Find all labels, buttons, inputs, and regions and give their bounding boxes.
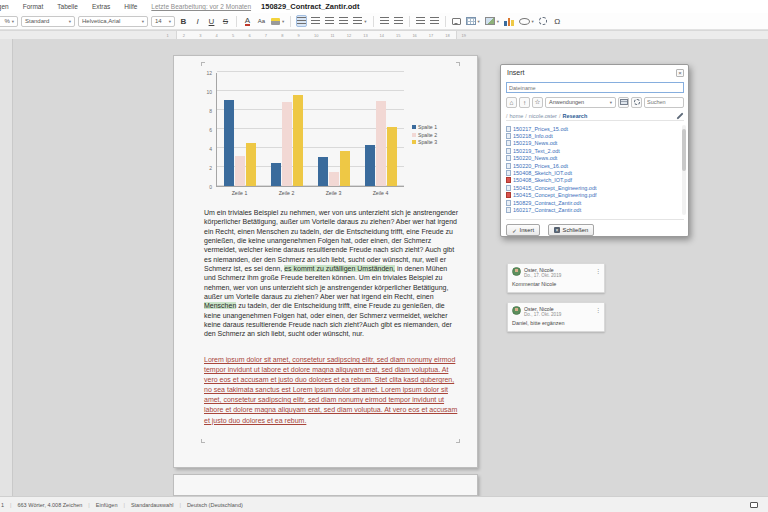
- horizontal-ruler[interactable]: 12345678910111213141516171819: [0, 31, 768, 39]
- insert-image-button[interactable]: ▾: [484, 15, 500, 27]
- file-item[interactable]: 150415_Concept_Engineering.pdf: [506, 192, 680, 199]
- location-dropdown[interactable]: Anwendungen▾: [545, 97, 616, 108]
- last-edited-link[interactable]: Letzte Bearbeitung: vor 2 Monaten: [151, 3, 251, 10]
- menu-tabelle[interactable]: Tabelle: [57, 3, 78, 10]
- word-count[interactable]: 663 Wörter, 4.008 Zeichen: [18, 502, 83, 508]
- align-left-button[interactable]: [296, 15, 307, 27]
- file-item[interactable]: 150219_Text_2.odt: [506, 147, 680, 154]
- line-spacing-button[interactable]: ▾: [352, 15, 367, 27]
- file-item[interactable]: 150219_News.odt: [506, 140, 680, 147]
- insert-button[interactable]: ✓Insert: [506, 224, 540, 236]
- increase-indent-button[interactable]: [379, 15, 390, 27]
- kebab-menu-icon[interactable]: ⋮: [595, 267, 601, 274]
- breadcrumb-home[interactable]: home: [510, 113, 524, 119]
- comment-header: Oster, Nicole Do., 17. Okt. 2019: [512, 267, 600, 278]
- image-icon: [485, 17, 495, 25]
- gear-icon: [634, 99, 640, 105]
- insert-mode[interactable]: Einfügen: [96, 502, 118, 508]
- comment-card[interactable]: Oster, Nicole Do., 17. Okt. 2019 ⋮ Komme…: [507, 263, 605, 293]
- paragraph-1[interactable]: Um ein triviales Beispiel zu nehmen, wer…: [204, 208, 460, 339]
- draw-functions-button[interactable]: [538, 15, 549, 27]
- kebab-menu-icon[interactable]: ⋮: [595, 306, 601, 313]
- search-input[interactable]: [644, 97, 684, 108]
- arrow-up-icon: ↑: [523, 99, 526, 106]
- file-item[interactable]: 150829_Contract_Zantir.odt: [506, 199, 680, 206]
- document-language[interactable]: Deutsch (Deutschland): [187, 502, 243, 508]
- dialog-close-button[interactable]: ×: [676, 69, 684, 77]
- align-right-button[interactable]: [324, 15, 335, 27]
- italic-button[interactable]: I: [192, 15, 203, 27]
- chart-bar: [318, 157, 328, 186]
- paragraph-spacing-up-button[interactable]: [415, 15, 426, 27]
- chart-bar: [224, 100, 234, 186]
- breadcrumb-user[interactable]: nicole.oster: [529, 113, 557, 119]
- file-item[interactable]: 160217_Contract_Zantir.odt: [506, 206, 680, 213]
- decrease-indent-icon: [394, 17, 403, 25]
- decrease-indent-button[interactable]: [393, 15, 404, 27]
- file-item[interactable]: 150218_Info.odt: [506, 132, 680, 139]
- status-separator: |: [123, 502, 124, 508]
- dialog-title: Insert: [507, 69, 525, 76]
- special-character-button[interactable]: Ω: [552, 15, 563, 27]
- zoom-dropdown[interactable]: %▾: [0, 16, 18, 27]
- close-button[interactable]: ×Schließen: [548, 224, 594, 236]
- character-casing-button[interactable]: Aa: [256, 15, 267, 27]
- comment-card[interactable]: Oster, Nicole Do., 17. Okt. 2019 ⋮ Danie…: [507, 302, 605, 332]
- text-boundary-mark: [201, 439, 205, 443]
- page-view-icon[interactable]: [750, 502, 758, 508]
- edit-path-icon[interactable]: [676, 112, 683, 119]
- line-spacing-icon: [353, 17, 362, 25]
- file-item[interactable]: 150408_Sketch_IOT.odt: [506, 169, 680, 176]
- avatar: [512, 267, 521, 276]
- embedded-bar-chart[interactable]: 024681012 Zeile 1Zeile 2Zeile 3Zeile 4 S…: [200, 66, 462, 208]
- selection-mode[interactable]: Standardauswahl: [131, 502, 174, 508]
- font-name-dropdown[interactable]: Helvetica,Arial▾: [78, 16, 148, 27]
- file-item[interactable]: 150220_News.odt: [506, 155, 680, 162]
- breadcrumb-separator: /: [559, 113, 561, 119]
- home-button[interactable]: ⌂: [506, 97, 517, 108]
- page-1[interactable]: 024681012 Zeile 1Zeile 2Zeile 3Zeile 4 S…: [173, 55, 478, 468]
- file-item[interactable]: 150217_Prices_15.odt: [506, 125, 680, 132]
- file-item[interactable]: 150415_Concept_Engineering.odt: [506, 184, 680, 191]
- strikethrough-button[interactable]: S: [220, 15, 231, 27]
- insert-comment-button[interactable]: [451, 15, 462, 27]
- file-list-scrollbar[interactable]: [682, 125, 686, 215]
- file-item[interactable]: 150220_Prices_16.odt: [506, 162, 680, 169]
- align-justify-button[interactable]: [338, 15, 349, 27]
- highlight-color-button[interactable]: ▾: [270, 15, 285, 27]
- file-item[interactable]: 150408_Sketch_IOT.pdf: [506, 177, 680, 184]
- bold-button[interactable]: B: [178, 15, 189, 27]
- font-color-button[interactable]: A: [242, 15, 253, 27]
- scrollbar-thumb[interactable]: [682, 129, 686, 171]
- menu-format[interactable]: Format: [23, 3, 44, 10]
- align-left-icon: [297, 17, 306, 25]
- servers-button[interactable]: [618, 97, 629, 108]
- menubar: Einfügen Format Tabelle Extras Hilfe Let…: [0, 0, 768, 13]
- odt-file-icon: [506, 163, 511, 169]
- font-size-dropdown[interactable]: 14▾: [151, 16, 175, 27]
- new-folder-button[interactable]: [631, 97, 642, 108]
- insert-table-button[interactable]: ▾: [465, 15, 481, 27]
- align-center-button[interactable]: [310, 15, 321, 27]
- document-title: 150829_Contract_Zantir.odt: [261, 2, 359, 11]
- paragraph-style-dropdown[interactable]: Standard▾: [21, 16, 75, 27]
- document-area: 024681012 Zeile 1Zeile 2Zeile 3Zeile 4 S…: [0, 39, 768, 496]
- menu-einfuegen[interactable]: Einfügen: [0, 3, 9, 10]
- insert-chart-button[interactable]: [503, 15, 515, 27]
- insert-shape-button[interactable]: ▾: [518, 15, 535, 27]
- chevron-down-icon: ▾: [142, 19, 144, 24]
- file-name: 150408_Sketch_IOT.pdf: [513, 177, 572, 183]
- paragraph-spacing-down-button[interactable]: [429, 15, 440, 27]
- menu-hilfe[interactable]: Hilfe: [124, 3, 137, 10]
- page-number-fragment[interactable]: 1: [1, 502, 4, 508]
- menu-extras[interactable]: Extras: [92, 3, 110, 10]
- up-level-button[interactable]: ↑: [519, 97, 530, 108]
- table-icon: [466, 17, 476, 25]
- breadcrumb-folder[interactable]: Research: [563, 113, 588, 119]
- paragraph-2-tracked-change[interactable]: Lorem ipsum dolor sit amet, consetetur s…: [204, 355, 460, 426]
- filename-input[interactable]: [506, 82, 684, 93]
- favorites-button[interactable]: ☆: [532, 97, 543, 108]
- vertical-ruler[interactable]: [0, 39, 13, 496]
- underline-button[interactable]: U: [206, 15, 217, 27]
- page-2[interactable]: [173, 474, 478, 496]
